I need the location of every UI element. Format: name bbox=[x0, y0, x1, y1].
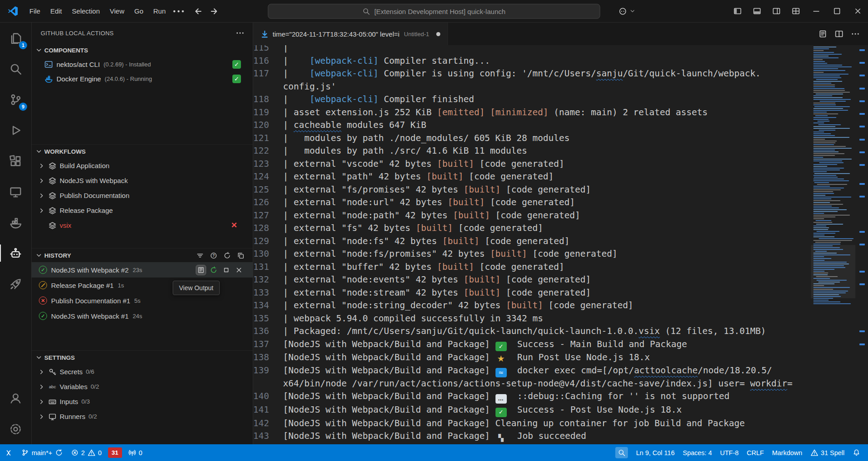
filter-icon[interactable] bbox=[196, 252, 204, 259]
activity-github-local-actions[interactable] bbox=[0, 238, 31, 268]
modified-indicator[interactable] bbox=[436, 32, 440, 36]
history-row[interactable]: ✓NodeJS with Webpack #124s bbox=[32, 308, 253, 324]
activity-remote-explorer[interactable] bbox=[0, 176, 31, 207]
help-icon[interactable]: ? bbox=[210, 252, 217, 259]
component-status-text: (24.0.6) - Running bbox=[104, 75, 152, 82]
forward-button[interactable] bbox=[210, 6, 220, 16]
activity-search[interactable] bbox=[0, 53, 31, 84]
line-number: 137 bbox=[253, 338, 283, 352]
menu-run[interactable]: Run bbox=[148, 5, 171, 18]
chevron-down-icon bbox=[629, 8, 636, 14]
maximize-button[interactable] bbox=[826, 0, 847, 22]
workflow-row[interactable]: Release Package bbox=[32, 203, 253, 218]
activity-extensions[interactable] bbox=[0, 146, 31, 176]
activity-github-actions[interactable] bbox=[0, 268, 31, 299]
line-number: 140 bbox=[253, 390, 283, 404]
workflow-label: Release Package bbox=[60, 207, 113, 214]
minimap[interactable] bbox=[811, 45, 855, 444]
eol-status[interactable]: CRLF bbox=[743, 444, 768, 461]
line-number: 127 bbox=[253, 209, 283, 222]
customize-layout-button[interactable] bbox=[786, 0, 806, 22]
menu-file[interactable]: File bbox=[24, 5, 45, 18]
menu-selection[interactable]: Selection bbox=[67, 5, 105, 18]
close-icon bbox=[854, 7, 862, 15]
settings-row-runners[interactable]: Runners0/2 bbox=[32, 409, 253, 424]
workflow-row[interactable]: vsix✕ bbox=[32, 218, 253, 233]
menu-edit[interactable]: Edit bbox=[45, 5, 67, 18]
line-number: 128 bbox=[253, 222, 283, 235]
history-row[interactable]: ✕Publish Documentation #15s bbox=[32, 293, 253, 308]
spell-status[interactable]: 31 Spell bbox=[807, 444, 849, 461]
workflows-section-header[interactable]: WORKFLOWS bbox=[32, 145, 253, 158]
back-button[interactable] bbox=[193, 6, 203, 16]
workflow-row[interactable]: NodeJS with Webpack bbox=[32, 173, 253, 188]
copilot-menu[interactable] bbox=[618, 7, 636, 15]
warning-count: 0 bbox=[98, 449, 102, 456]
workflow-row[interactable]: Build Application bbox=[32, 158, 253, 173]
component-row[interactable]: nektos/act CLI(0.2.69) - Installed✓ bbox=[32, 57, 253, 71]
chevron-down-icon bbox=[35, 252, 42, 259]
activity-accounts[interactable] bbox=[0, 383, 31, 414]
minimize-button[interactable] bbox=[806, 0, 826, 22]
activity-manage[interactable] bbox=[0, 414, 31, 444]
menu-view[interactable]: View bbox=[105, 5, 129, 18]
component-row[interactable]: Docker Engine(24.0.6) - Running✓ bbox=[32, 71, 253, 86]
settings-section-header[interactable]: SETTINGS bbox=[32, 351, 253, 364]
chevron-right-icon bbox=[38, 383, 45, 390]
docker-icon bbox=[44, 75, 53, 83]
search-toggle[interactable] bbox=[611, 444, 632, 461]
line-number: 139 bbox=[253, 364, 283, 377]
dismiss-button[interactable] bbox=[234, 265, 244, 275]
stop-button[interactable] bbox=[222, 265, 231, 275]
history-row[interactable]: ✓NodeJS with Webpack #223s bbox=[32, 262, 253, 278]
split-editor-icon[interactable] bbox=[835, 29, 844, 38]
more-actions-icon[interactable] bbox=[851, 29, 860, 38]
settings-row-inputs[interactable]: Inputs0/3 bbox=[32, 394, 253, 409]
activity-run-debug[interactable] bbox=[0, 115, 31, 146]
components-section-header[interactable]: COMPONENTS bbox=[32, 43, 253, 57]
command-center[interactable]: [Extension Development Host] quick-launc… bbox=[268, 4, 600, 19]
editor-tab[interactable]: time="2024-11-17T18:32:43-05:00" level=i… bbox=[253, 23, 448, 45]
bell-icon bbox=[853, 449, 860, 456]
ports-status[interactable]: 0 bbox=[124, 444, 146, 461]
settings-row-secrets[interactable]: Secrets0/6 bbox=[32, 364, 253, 379]
activity-docker[interactable] bbox=[0, 207, 31, 238]
line-number: 143 bbox=[253, 430, 283, 443]
activity-explorer[interactable]: 1 bbox=[0, 23, 31, 53]
open-changes-icon[interactable] bbox=[818, 29, 827, 38]
code-line: config.js' bbox=[253, 80, 811, 94]
view-output-button[interactable] bbox=[196, 265, 206, 275]
collapse-all-icon[interactable] bbox=[237, 252, 245, 259]
history-section-header[interactable]: HISTORY ? bbox=[32, 249, 253, 262]
workflows-header-label: WORKFLOWS bbox=[44, 148, 85, 155]
branch-status[interactable]: main*+ bbox=[17, 444, 67, 461]
more-menus-icon[interactable] bbox=[171, 5, 186, 18]
remote-indicator[interactable] bbox=[0, 444, 17, 461]
activity-source-control[interactable]: 9 bbox=[0, 84, 31, 115]
search-icon bbox=[615, 447, 628, 458]
settings-row-variables[interactable]: abcVariables0/2 bbox=[32, 379, 253, 394]
language-mode[interactable]: Markdown bbox=[768, 444, 807, 461]
workflow-row[interactable]: Publish Documentation bbox=[32, 188, 253, 203]
close-button[interactable] bbox=[847, 0, 868, 22]
toggle-primary-sidebar-button[interactable] bbox=[728, 0, 747, 22]
sidebar-more-actions-icon[interactable] bbox=[236, 28, 245, 38]
rerun-button[interactable] bbox=[209, 265, 218, 275]
remote-explorer-icon bbox=[9, 185, 22, 198]
toggle-panel-button[interactable] bbox=[747, 0, 767, 22]
notifications-button[interactable] bbox=[849, 444, 864, 461]
spell-error-badge[interactable]: 31 bbox=[108, 447, 122, 458]
toggle-secondary-sidebar-button[interactable] bbox=[767, 0, 786, 22]
refresh-icon[interactable] bbox=[223, 252, 231, 259]
ruler-mark bbox=[859, 139, 865, 141]
encoding-status[interactable]: UTF-8 bbox=[716, 444, 743, 461]
indentation-status[interactable]: Spaces: 4 bbox=[679, 444, 716, 461]
line-number: 122 bbox=[253, 145, 283, 158]
problems-status[interactable]: 2 0 bbox=[67, 444, 106, 461]
minimap-slider[interactable] bbox=[811, 245, 855, 298]
workflows-pane: WORKFLOWS Build ApplicationNodeJS with W… bbox=[32, 144, 253, 248]
code-area[interactable]: 115|116| [webpack-cli] Compiler starting… bbox=[253, 45, 811, 444]
cursor-position[interactable]: Ln 9, Col 116 bbox=[632, 444, 679, 461]
menu-go[interactable]: Go bbox=[129, 5, 148, 18]
minimize-icon bbox=[812, 7, 821, 15]
